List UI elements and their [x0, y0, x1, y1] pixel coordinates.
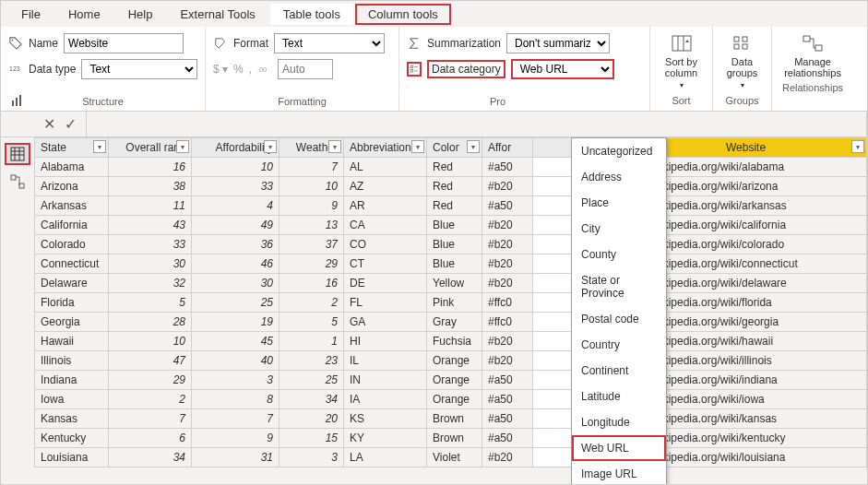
chevron-down-icon[interactable]: ▾: [264, 140, 277, 153]
tab-help[interactable]: Help: [115, 4, 166, 25]
left-rail: [1, 137, 34, 484]
dropdown-item[interactable]: County: [572, 242, 666, 267]
ribbon-group-sort: Sort by column▾ Sort: [650, 27, 713, 111]
dropdown-item[interactable]: Image URL: [572, 461, 666, 484]
dropdown-item[interactable]: Web URL: [572, 435, 666, 461]
data-view-icon[interactable]: [5, 143, 30, 165]
dropdown-item[interactable]: State or Province: [572, 267, 666, 306]
table-row[interactable]: Georgia28195GAGray#ffc0//en.wikipedia.or…: [35, 313, 867, 332]
currency-icon: $ ▾: [213, 63, 228, 76]
col-header-affordability[interactable]: Affordability▾: [192, 138, 279, 158]
svg-point-0: [12, 40, 14, 41]
svg-text:.00: .00: [257, 66, 267, 74]
table-row[interactable]: Connecticut304629CTBlue#b20//en.wikipedi…: [35, 254, 867, 274]
chevron-down-icon[interactable]: ▾: [851, 140, 864, 153]
data-groups-button[interactable]: Data groups▾: [720, 30, 764, 93]
table-row[interactable]: California434913CABlue#b20//en.wikipedia…: [35, 216, 867, 235]
summarization-select[interactable]: Don't summarize: [506, 33, 610, 53]
chevron-down-icon[interactable]: ▾: [411, 140, 424, 153]
sort-icon: [669, 32, 695, 54]
col-header-color[interactable]: Color▾: [427, 138, 482, 158]
table-row[interactable]: Florida5252FLPink#ffc0//en.wikipedia.org…: [35, 293, 867, 313]
commit-icon[interactable]: ✓: [65, 115, 77, 133]
dropdown-item[interactable]: Uncategorized: [572, 138, 666, 164]
table-row[interactable]: Alabama16107ALRed#a50//en.wikipedia.org/…: [35, 158, 867, 177]
relationships-icon: [800, 32, 826, 54]
data-grid: State▾ Overall rank▾ Affordability▾ Weat…: [34, 137, 867, 484]
table-row[interactable]: Indiana29325INOrange#a50//en.wikipedia.o…: [35, 371, 867, 390]
tag-icon: [8, 36, 23, 51]
table-row[interactable]: Arizona383310AZRed#b20//en.wikipedia.org…: [35, 177, 867, 196]
ribbon-content: Name 123 Data type Text Structure Format…: [1, 27, 867, 112]
col-header-state[interactable]: State▾: [35, 138, 109, 158]
svg-rect-4: [410, 70, 413, 73]
table-row[interactable]: Hawaii10451HIFuchsia#b20//en.wikipedia.o…: [35, 332, 867, 351]
dropdown-item[interactable]: Postal code: [572, 306, 666, 332]
dropdown-item[interactable]: Place: [572, 190, 666, 216]
tab-external-tools[interactable]: External Tools: [167, 4, 268, 25]
col-header-weather[interactable]: Weather▾: [279, 138, 344, 158]
chevron-down-icon[interactable]: ▾: [467, 140, 480, 153]
table-row[interactable]: Arkansas1149ARRed#a50//en.wikipedia.org/…: [35, 196, 867, 216]
svg-rect-13: [743, 44, 747, 49]
format-select[interactable]: Text: [274, 33, 385, 53]
svg-rect-19: [11, 148, 24, 160]
cancel-icon[interactable]: ✕: [43, 115, 55, 133]
manage-relationships-button[interactable]: Manage relationships: [779, 30, 846, 80]
dropdown-item[interactable]: Latitude: [572, 384, 666, 409]
table-row[interactable]: Colorado333637COBlue#b20//en.wikipedia.o…: [35, 235, 867, 254]
svg-rect-12: [734, 44, 739, 49]
dropdown-item[interactable]: Longitude: [572, 409, 666, 435]
svg-rect-17: [16, 98, 18, 106]
dropdown-item[interactable]: Continent: [572, 358, 666, 384]
tab-file[interactable]: File: [8, 4, 54, 25]
table-row[interactable]: Iowa2834IAOrange#a50//en.wikipedia.org/w…: [35, 390, 867, 409]
report-view-icon[interactable]: [5, 89, 30, 112]
col-header-rank[interactable]: Overall rank▾: [109, 138, 192, 158]
format-label: Format: [233, 37, 268, 50]
tab-table-tools[interactable]: Table tools: [270, 4, 353, 25]
col-header-abbreviation[interactable]: Abbreviation▾: [344, 138, 427, 158]
svg-rect-7: [672, 36, 691, 51]
chevron-down-icon[interactable]: ▾: [93, 140, 106, 153]
model-view-icon[interactable]: [5, 171, 30, 193]
chevron-down-icon[interactable]: ▾: [176, 140, 189, 153]
datatype-label: Data type: [29, 63, 76, 76]
relationships-group-label: Relationships: [779, 80, 846, 95]
sort-group-label: Sort: [658, 93, 705, 108]
table-row[interactable]: Kansas7720KSBrown#a50//en.wikipedia.org/…: [35, 409, 867, 429]
svg-rect-14: [803, 36, 810, 41]
chevron-down-icon[interactable]: ▾: [328, 140, 341, 153]
ribbon-group-formatting: Format Text $ ▾ % , .00 Formatting: [206, 27, 399, 111]
svg-rect-11: [743, 37, 747, 41]
sort-by-column-button[interactable]: Sort by column▾: [658, 30, 705, 93]
tab-home[interactable]: Home: [55, 4, 113, 25]
dropdown-item[interactable]: City: [572, 216, 666, 242]
name-input[interactable]: [64, 33, 184, 53]
datacategory-select[interactable]: Web URL: [511, 59, 614, 79]
ribbon-group-relationships: Manage relationships Relationships: [772, 27, 853, 111]
svg-rect-24: [11, 175, 16, 180]
ribbon-group-properties: Summarization Don't summarize Data categ…: [399, 27, 650, 111]
comma-icon: ,: [249, 63, 252, 76]
table-row[interactable]: Kentucky6915KYBrown#a50//en.wikipedia.or…: [35, 429, 867, 448]
tab-column-tools[interactable]: Column tools: [355, 4, 451, 25]
dropdown-item[interactable]: Address: [572, 164, 666, 190]
svg-rect-25: [19, 183, 24, 188]
svg-rect-3: [410, 65, 413, 68]
groups-group-label: Groups: [720, 93, 764, 108]
formula-input[interactable]: [86, 112, 867, 136]
percent-icon: %: [233, 63, 244, 76]
category-icon: [407, 62, 422, 77]
ribbon-group-structure: Name 123 Data type Text Structure: [1, 27, 206, 111]
decimal-input: [278, 59, 333, 79]
col-header-affor[interactable]: Affor: [482, 138, 533, 158]
datatype-select[interactable]: Text: [81, 59, 197, 79]
decimal-icon: .00: [257, 62, 272, 77]
table-row[interactable]: Illinois474023ILOrange#b20//en.wikipedia…: [35, 351, 867, 371]
svg-rect-15: [815, 45, 822, 51]
sigma-icon: [407, 36, 422, 51]
dropdown-item[interactable]: Country: [572, 332, 666, 358]
table-row[interactable]: Delaware323016DEYellow#b20//en.wikipedia…: [35, 274, 867, 293]
table-row[interactable]: Louisiana34313LAViolet#b20//en.wikipedia…: [35, 448, 867, 467]
